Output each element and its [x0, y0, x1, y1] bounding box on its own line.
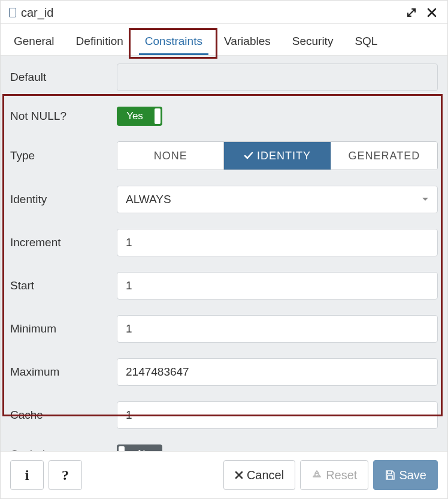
tab-definition[interactable]: Definition [65, 26, 134, 55]
check-icon [244, 151, 253, 161]
dialog-footer: i ? Cancel Reset Save [1, 451, 447, 498]
row-cycled: Cycled No [1, 437, 447, 451]
titlebar: car_id [1, 1, 447, 24]
chevron-down-icon [422, 197, 429, 202]
row-maximum: Maximum [1, 350, 447, 394]
tab-general[interactable]: General [3, 26, 65, 55]
row-type: Type NONE IDENTITY GENERATED [1, 134, 447, 178]
help-button[interactable]: ? [49, 460, 82, 490]
not-null-toggle[interactable]: Yes [117, 107, 162, 126]
type-button-group: NONE IDENTITY GENERATED [117, 141, 438, 170]
cycled-toggle[interactable]: No [117, 444, 162, 451]
tab-constraints[interactable]: Constraints [134, 26, 213, 55]
row-minimum: Minimum [1, 307, 447, 350]
label-not-null: Not NULL? [10, 110, 117, 123]
save-icon [385, 470, 395, 480]
tab-security[interactable]: Security [281, 26, 344, 55]
identity-select[interactable]: ALWAYS [117, 186, 438, 213]
toggle-knob [119, 446, 125, 451]
default-input[interactable] [117, 63, 438, 91]
toggle-knob [155, 108, 161, 124]
constraints-panel: Default Not NULL? Yes Type NONE [1, 56, 447, 451]
cancel-button[interactable]: Cancel [223, 460, 295, 490]
row-default: Default [1, 56, 447, 99]
dialog-title: car_id [21, 6, 398, 20]
label-increment: Increment [10, 236, 117, 249]
label-minimum: Minimum [10, 322, 117, 335]
close-icon [235, 471, 243, 479]
type-option-identity[interactable]: IDENTITY [224, 142, 331, 170]
increment-input[interactable] [117, 229, 438, 256]
label-cache: Cache [10, 409, 117, 422]
tabs: General Definition Constraints Variables… [1, 24, 447, 56]
row-cache: Cache [1, 394, 447, 437]
start-input[interactable] [117, 272, 438, 300]
row-start: Start [1, 264, 447, 307]
tab-variables[interactable]: Variables [213, 26, 281, 55]
label-start: Start [10, 279, 117, 292]
column-properties-dialog: car_id General Definition Constraints Va… [0, 0, 448, 499]
column-icon [9, 8, 16, 17]
expand-button[interactable] [404, 5, 419, 20]
label-maximum: Maximum [10, 365, 117, 379]
cache-input[interactable] [117, 401, 438, 429]
save-button[interactable]: Save [373, 460, 438, 490]
close-button[interactable] [425, 5, 439, 20]
row-identity: Identity ALWAYS [1, 178, 447, 221]
label-type: Type [10, 149, 117, 162]
maximum-input[interactable] [117, 358, 438, 386]
row-not-null: Not NULL? Yes [1, 99, 447, 134]
minimum-input[interactable] [117, 315, 438, 343]
recycle-icon [311, 470, 322, 480]
type-option-generated[interactable]: GENERATED [331, 142, 437, 170]
reset-button[interactable]: Reset [300, 460, 368, 490]
row-increment: Increment [1, 221, 447, 264]
tab-sql[interactable]: SQL [344, 26, 388, 55]
type-option-none[interactable]: NONE [117, 142, 224, 170]
label-identity: Identity [10, 193, 117, 206]
label-default: Default [10, 71, 117, 84]
info-button[interactable]: i [10, 460, 44, 490]
